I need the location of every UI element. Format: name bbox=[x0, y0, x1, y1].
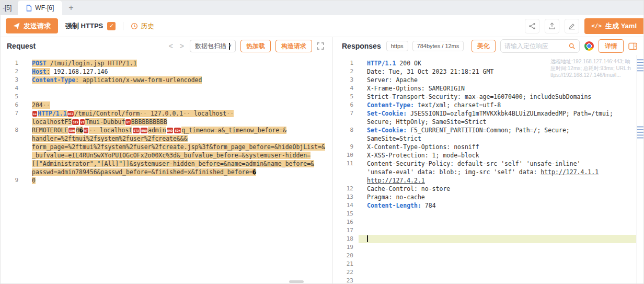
editor-line[interactable]: _bufvalue=eIL4RUnSwXYoPUIOGcOFx2o00Xc%3d… bbox=[1, 151, 330, 160]
chrome-icon[interactable] bbox=[584, 41, 594, 51]
editor-line[interactable]: 7Set-Cookie: JSESSIONID=ozlafg1mTMVKXkbk… bbox=[336, 109, 643, 118]
chevron-right-icon[interactable]: > bbox=[179, 42, 185, 50]
editor-line[interactable]: 16 bbox=[336, 218, 643, 226]
editor-line[interactable]: form_page=%2ftmui%2fsystem%2fuser%2fcrea… bbox=[1, 143, 330, 151]
force-https-group: 强制 HTTPS ✓ bbox=[65, 21, 116, 31]
editor-line[interactable]: 4 bbox=[1, 84, 330, 93]
line-number: 9 bbox=[1, 176, 18, 185]
hot-reload-button[interactable]: 热加载 bbox=[240, 40, 271, 52]
code-line: Set-Cookie: JSESSIONID=ozlafg1mTMVKXkbk4… bbox=[353, 109, 613, 118]
line-number: 21 bbox=[336, 260, 353, 268]
code-line: Server: Apache bbox=[353, 76, 418, 84]
editor-line[interactable]: 17 bbox=[336, 226, 643, 235]
editor-line[interactable]: 6204·· bbox=[1, 101, 330, 109]
code-line: [["Administrator","[All]"]]&systemuser-h… bbox=[18, 160, 314, 168]
editor-line[interactable]: http://127.4.2.1 bbox=[336, 176, 643, 185]
line-number: 14 bbox=[336, 201, 353, 210]
editor-line[interactable]: 15 bbox=[336, 210, 643, 218]
editor-line[interactable]: localhostF5STXVTTmui-DubbufVTBBBBBBBBBB bbox=[1, 118, 330, 126]
editor-line[interactable]: 6Content-Type: text/xml; charset=utf-8 bbox=[336, 101, 643, 109]
editor-line[interactable]: 2Host: 192.168.127.146 bbox=[1, 67, 330, 76]
line-number: 17 bbox=[336, 226, 353, 235]
request-editor[interactable]: 1POST /tmui/login.jsp HTTP/1.12Host: 192… bbox=[1, 55, 330, 185]
minimap[interactable] bbox=[636, 55, 643, 284]
console-panel-icon[interactable] bbox=[628, 42, 637, 50]
editor-line[interactable]: 13Pragma: no-cache bbox=[336, 193, 643, 201]
line-number: 8 bbox=[1, 126, 18, 134]
request-panel: Request < > 数据包扫描 ▾ 热加载 构造请求 1POST /tmu bbox=[1, 37, 330, 284]
editor-line[interactable]: 8REMOTEROLESOH0�VT·· localhostSTXENQadmi… bbox=[1, 126, 330, 134]
code-segment: : bbox=[47, 68, 50, 75]
request-panel-title: Request bbox=[7, 42, 36, 50]
editor-line[interactable]: 20 bbox=[336, 252, 643, 260]
editor-line[interactable]: 8Set-Cookie: F5_CURRENT_PARTITION=Common… bbox=[336, 126, 643, 134]
control-char-badge: VT bbox=[84, 128, 88, 133]
tab-previous[interactable]: -[5] bbox=[1, 1, 18, 15]
document-icon bbox=[26, 5, 32, 12]
search-icon[interactable] bbox=[569, 43, 576, 50]
editor-line[interactable]: 4X-Frame-Options: SAMEORIGIN bbox=[336, 84, 643, 93]
code-line: Host: 192.168.127.146 bbox=[18, 67, 108, 76]
editor-line[interactable]: passwd=admin789456&passwd_before=&finish… bbox=[1, 168, 330, 176]
control-char-badge: SOH bbox=[174, 128, 181, 133]
beautify-button[interactable]: 美化 bbox=[472, 40, 496, 52]
editor-line[interactable]: 'unsafe-eval' data: blob:; img-src 'self… bbox=[336, 168, 643, 176]
toolbar-right-group: </> 生成 Yaml bbox=[525, 18, 643, 34]
editor-line[interactable]: 10X-XSS-Protection: 1; mode=block bbox=[336, 151, 643, 160]
editor-line[interactable]: [["Administrator","[All]"]]&systemuser-h… bbox=[1, 160, 330, 168]
line-number: 11 bbox=[336, 160, 353, 168]
editor-line[interactable]: 5Strict-Transport-Security: max-age=1607… bbox=[336, 93, 643, 101]
code-segment: ·· bbox=[140, 110, 147, 117]
editor-line[interactable]: 19 bbox=[336, 243, 643, 252]
code-segment: Content-Type bbox=[32, 76, 75, 84]
share-button[interactable] bbox=[525, 19, 539, 33]
response-search-box bbox=[500, 39, 580, 53]
editor-line[interactable]: handler=%2ftmui%2fsystem%2fuser%2fcreate… bbox=[1, 134, 330, 143]
tab-active[interactable]: WF-[6] bbox=[18, 1, 62, 15]
add-tab-button[interactable]: + bbox=[68, 4, 73, 12]
editor-line[interactable]: 1POST /tmui/login.jsp HTTP/1.1 bbox=[1, 59, 330, 67]
chevron-left-icon[interactable]: < bbox=[168, 42, 174, 50]
editor-line[interactable]: 22 bbox=[336, 268, 643, 277]
editor-line[interactable]: 12Cache-Control: no-store bbox=[336, 185, 643, 193]
line-number: 16 bbox=[336, 218, 353, 226]
editor-line[interactable]: 90 bbox=[1, 176, 330, 185]
response-editor[interactable]: 1HTTP/1.1 200 OK2Date: Tue, 31 Oct 2023 … bbox=[336, 55, 643, 284]
editor-line[interactable]: Secure; HttpOnly; SameSite=Strict bbox=[336, 118, 643, 126]
code-segment: /tmui/login.jsp HTTP/1.1 bbox=[47, 60, 137, 67]
force-https-checkbox[interactable]: ✓ bbox=[107, 22, 116, 30]
panel-splitter[interactable] bbox=[330, 37, 336, 284]
line-number: 4 bbox=[1, 84, 18, 93]
generate-yaml-button[interactable]: </> 生成 Yaml bbox=[584, 18, 643, 34]
code-segment: 204 bbox=[32, 101, 43, 109]
horizontal-scrollbar[interactable] bbox=[289, 280, 304, 283]
send-icon bbox=[13, 22, 20, 29]
code-segment: Tmui-Dubbuf bbox=[85, 118, 125, 126]
edit-button[interactable] bbox=[565, 19, 579, 33]
code-line: REMOTEROLESOH0�VT·· localhostSTXENQadmin… bbox=[18, 126, 286, 134]
history-button[interactable]: 历史 bbox=[131, 21, 154, 31]
editor-line[interactable]: 5 bbox=[1, 93, 330, 101]
editor-line[interactable]: 11Content-Security-Policy: default-src '… bbox=[336, 160, 643, 168]
meta-line: ttps://192.168.127.146/tmui/l... bbox=[550, 72, 634, 78]
code-line: form_page=%2ftmui%2fsystem%2fuser%2fcrea… bbox=[18, 143, 325, 151]
editor-line[interactable]: 23 bbox=[336, 277, 643, 284]
app-window: -[5] WF-[6] + 发送请求 强制 HTTPS ✓ 历史 bbox=[0, 0, 644, 284]
detail-button[interactable]: 详情 bbox=[599, 39, 624, 53]
editor-line[interactable]: SameSite=Strict bbox=[336, 134, 643, 143]
code-segment: SameSite=Strict bbox=[367, 135, 421, 142]
main-split: Request < > 数据包扫描 ▾ 热加载 构造请求 1POST /tmu bbox=[1, 37, 643, 284]
editor-line[interactable]: 7ssHTTP/1.1DC2/tmui/Control/form·· 127.0… bbox=[1, 109, 330, 118]
export-button[interactable] bbox=[545, 19, 559, 33]
editor-line[interactable]: 9X-Content-Type-Options: nosniff bbox=[336, 143, 643, 151]
tab-bar: -[5] WF-[6] + bbox=[1, 1, 643, 15]
packet-scan-button[interactable]: 数据包扫描 ▾ bbox=[190, 40, 236, 52]
editor-line[interactable]: 3Content-Type: application/x-www-form-ur… bbox=[1, 76, 330, 84]
fullscreen-icon[interactable] bbox=[317, 42, 324, 50]
editor-line[interactable]: 18 bbox=[336, 235, 643, 243]
editor-line[interactable]: 21 bbox=[336, 260, 643, 268]
send-request-button[interactable]: 发送请求 bbox=[6, 18, 58, 33]
editor-line[interactable]: 14Content-Length: 784 bbox=[336, 201, 643, 210]
response-search-input[interactable] bbox=[504, 42, 567, 50]
construct-request-button[interactable]: 构造请求 bbox=[275, 40, 312, 52]
